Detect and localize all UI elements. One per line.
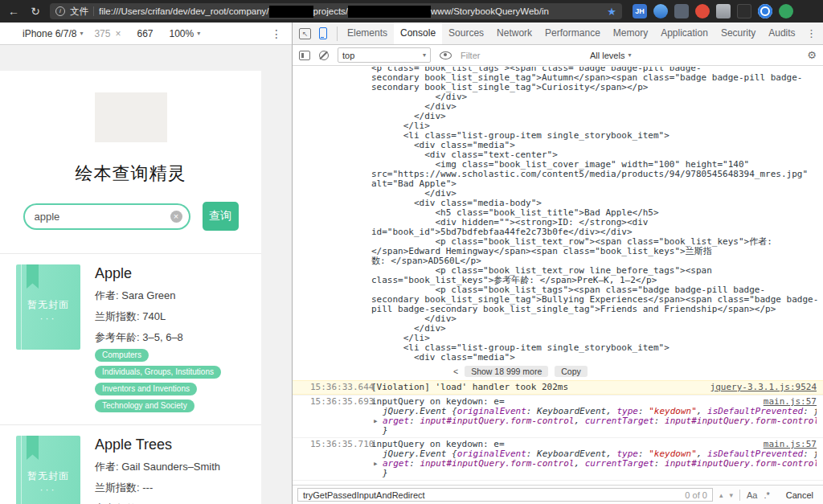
url-bar[interactable]: i 文件 file:///Users/crifan/dev/dev_root/c… [50,3,622,19]
console-text-line: </li> [293,121,823,131]
console-text-line: <h5 class="book_list_title">Bad Apple</h… [293,208,823,218]
source-link[interactable]: jquery-3.3.1.js:9524 [710,383,817,392]
object-preview-line[interactable]: jQuery.Event {originalEvent: KeyboardEve… [371,449,817,459]
tab-memory[interactable]: Memory [607,23,654,44]
extension-icon-grid-dark[interactable] [737,4,751,18]
tab-console[interactable]: Console [394,23,442,44]
console-html-dump: <p class="book_list_tags"><span class="b… [293,67,823,363]
console-text-line: pill badge-secondary book_list_single_ta… [293,305,823,314]
extension-icon-grid-light[interactable] [716,4,731,18]
field-label: 作者: [95,289,119,301]
url-text: file:///Users/crifan/dev/dev_root/compan… [99,6,599,18]
object-preview-line[interactable]: ▸arget: input#inputQuery.form-control, c… [371,459,817,469]
execution-context-select[interactable]: top ▾ [338,47,431,63]
tab-security[interactable]: Security [714,23,762,44]
clear-console-icon[interactable] [319,51,329,60]
book-info: Apple 作者: Sara Green 兰斯指数: 740L 参考年龄: 3–… [95,264,221,412]
console-text-line: <p class="book_list_text_row line_before… [293,266,823,276]
clear-input-icon[interactable]: × [170,211,182,223]
info-icon[interactable]: i [55,6,65,16]
object-preview-line[interactable]: jQuery.Event {originalEvent: KeyboardEve… [371,407,817,416]
extension-icon-green[interactable] [779,4,793,18]
zoom-select[interactable]: 100% ▾ [169,28,200,39]
show-more-button[interactable]: Show 18 999 more [465,366,548,377]
extension-icon-blue-ring[interactable] [758,4,772,18]
console-search-input[interactable]: tryGetPassedInputAndRedirect 0 of 0 [297,488,713,502]
book-info: Apple Trees 作者: Gail Saunders–Smith 兰斯指数… [95,436,220,504]
book-list-item[interactable]: 暂无封面 ··· Apple Trees 作者: Gail Saunders–S… [0,424,261,504]
no-cover-label: 暂无封面 [16,298,80,312]
book-search-input[interactable]: × [23,203,190,230]
console-text-line: alt="Bad Apple"> [293,179,823,189]
chevron-down-icon: ▾ [628,51,631,59]
search-field[interactable] [35,207,163,227]
book-field: 兰斯指数: 740L [95,309,221,324]
book-list-item[interactable]: 暂无封面 ··· Apple 作者: Sara Green 兰斯指数: 740L… [0,253,261,424]
console-text-line: <img class="book_list_cover_image" width… [293,160,823,170]
console-sidebar-icon[interactable] [299,51,310,60]
live-expression-eye-icon[interactable] [440,51,452,59]
search-next-button[interactable]: ▾ [729,491,733,499]
regex-toggle[interactable]: .* [764,490,769,500]
screenshot-root: ← ↻ i 文件 file:///Users/crifan/dev/dev_ro… [0,0,823,504]
bookmark-star-icon[interactable]: ★ [607,6,616,18]
console-filter-input[interactable] [461,51,581,60]
console-text-line: <p class="book_list_tags"><span class="b… [293,285,823,295]
tab-performance[interactable]: Performance [538,23,607,44]
device-type-select[interactable]: iPhone 6/7/8 ▾ [23,28,83,39]
search-cancel-button[interactable]: Cancel [786,490,813,500]
log-message: inputQuery on keydown: e= [371,440,817,449]
chevron-down-icon: ▾ [423,51,426,59]
log-timestamp: 15:36:35.710 [310,440,374,449]
field-value: 740L [142,310,166,322]
device-toolbar-more-icon[interactable]: ⋮ [271,27,282,40]
zoom-value: 100% [169,28,194,39]
console-text-line: </li> [293,334,823,343]
object-preview-line[interactable]: ▸arget: input#inputQuery.form-control, c… [371,416,817,426]
source-link[interactable]: main.js:57 [764,440,817,449]
back-icon[interactable]: ← [6,5,21,18]
show-more-row: < Show 18 999 more Copy [293,366,823,377]
truncation-mark: < [453,367,458,376]
devtools-panel: top ▾ All levels ▾ ⚙ <p class="book_list… [292,45,823,504]
tab-application[interactable]: Application [654,23,714,44]
device-mode-icon[interactable] [319,27,327,39]
console-text-line: </div> [293,324,823,334]
extension-icon-gray-badge[interactable] [674,4,689,18]
extension-icon-red[interactable] [695,4,710,18]
devtools-tabbar: ↖ Elements Console Sources Network Perfo… [292,23,823,45]
search-prev-button[interactable]: ▴ [719,491,723,499]
search-row: × 查询 [0,202,261,231]
tab-sources[interactable]: Sources [442,23,490,44]
no-cover-label: 暂无封面 [16,469,80,483]
viewport-height-field[interactable]: 667 [137,28,153,39]
url-segment: www/StorybookQueryWeb/in [431,6,549,16]
reload-icon[interactable]: ↻ [28,5,43,18]
book-field: 参考年龄: 3–5, 6–8 [95,330,221,345]
bookmark-ribbon-icon [27,264,39,289]
extensions-area: JH [633,4,793,18]
log-levels-select[interactable]: All levels ▾ [590,51,631,60]
tab-audits[interactable]: Audits [762,23,801,44]
console-text-line: <li class="list-group-item single_storyb… [293,343,823,353]
extension-icon-jh[interactable]: JH [633,4,647,18]
source-link[interactable]: main.js:57 [764,397,817,407]
expand-triangle-icon[interactable]: ▸ [373,416,383,426]
viewport-width-field[interactable]: 375 [94,28,110,39]
expand-triangle-icon[interactable]: ▸ [373,459,383,469]
tab-network[interactable]: Network [490,23,538,44]
inspect-element-icon[interactable]: ↖ [299,28,311,39]
object-preview-line: } [371,469,817,478]
extension-icon-blue[interactable] [653,4,668,18]
tab-elements[interactable]: Elements [341,23,394,44]
console-text-line: 数: </span>AD560L</p> [293,256,823,266]
field-label: 参考年龄: [95,331,140,343]
console-output: <p class="book_list_tags"><span class="b… [293,67,823,485]
cover-dots: ··· [16,484,80,495]
console-text-line: <div class="media"> [293,353,823,363]
query-button[interactable]: 查询 [203,202,239,231]
devtools-more-icon[interactable]: ⋮ [806,27,817,39]
copy-button[interactable]: Copy [555,366,588,377]
console-settings-gear-icon[interactable]: ⚙ [807,49,817,61]
match-case-toggle[interactable]: Aa [747,490,757,500]
